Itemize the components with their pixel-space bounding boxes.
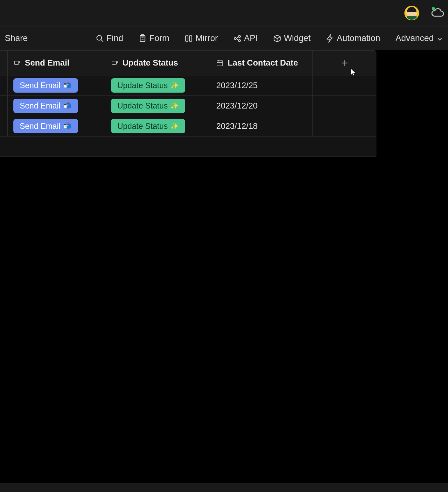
svg-rect-7 <box>189 36 192 41</box>
header-divider <box>425 7 425 19</box>
share-button[interactable]: Share <box>3 31 29 46</box>
mirror-icon <box>185 34 193 43</box>
row-stub[interactable] <box>0 75 8 95</box>
clipboard-icon <box>138 34 147 43</box>
svg-rect-6 <box>186 36 188 41</box>
mirror-button[interactable]: Mirror <box>183 31 219 46</box>
bolt-icon <box>326 34 334 43</box>
api-button[interactable]: API <box>232 31 260 46</box>
cell-send-email: Send Email 📬 <box>8 75 105 95</box>
cell-last-contact-date[interactable]: 2023/12/18 <box>210 116 313 136</box>
cell-update-status: Update Status ✨ <box>105 96 211 116</box>
toolbar: Share Find Form Mirror API <box>0 26 448 50</box>
row-stub <box>0 51 8 75</box>
send-email-button[interactable]: Send Email 📬 <box>13 78 78 93</box>
sync-status-dot-icon <box>432 7 435 10</box>
button-field-icon <box>13 59 21 67</box>
pill-label: Send Email <box>20 122 60 131</box>
svg-rect-14 <box>112 61 116 64</box>
mirror-label: Mirror <box>195 33 218 43</box>
column-header-send-email[interactable]: Send Email <box>8 51 105 75</box>
cell-send-email: Send Email 📬 <box>8 96 105 116</box>
data-grid: Send Email Update Status Last Contact Da… <box>0 50 376 157</box>
row-stub[interactable] <box>0 116 8 136</box>
pill-label: Update Status <box>117 81 168 90</box>
svg-rect-15 <box>217 61 223 66</box>
status-bar <box>0 483 448 492</box>
pill-label: Update Status <box>117 122 168 131</box>
table-row: Send Email 📬 Update Status ✨ 2023/12/20 <box>0 96 376 116</box>
svg-point-8 <box>234 37 236 39</box>
chevron-down-icon <box>436 35 443 42</box>
sparkles-icon: ✨ <box>170 81 179 90</box>
column-label: Update Status <box>122 58 178 68</box>
advanced-button[interactable]: Advanced <box>394 31 445 46</box>
cell-empty <box>313 116 376 136</box>
api-icon <box>233 34 242 43</box>
table-row: Send Email 📬 Update Status ✨ 2023/12/18 <box>0 116 376 137</box>
avatar-body-icon <box>406 16 417 20</box>
api-label: API <box>244 33 258 43</box>
form-label: Form <box>149 33 169 43</box>
grid-header-row: Send Email Update Status Last Contact Da… <box>0 51 376 75</box>
svg-point-9 <box>238 35 241 38</box>
date-value: 2023/12/18 <box>216 121 257 131</box>
date-value: 2023/12/25 <box>216 81 257 90</box>
share-label: Share <box>5 33 28 43</box>
date-value: 2023/12/20 <box>216 101 257 111</box>
pill-label: Update Status <box>117 101 168 110</box>
add-column-button[interactable] <box>313 51 376 75</box>
cell-empty <box>313 75 376 95</box>
send-email-button[interactable]: Send Email 📬 <box>13 119 78 133</box>
cell-send-email: Send Email 📬 <box>8 116 105 136</box>
svg-line-1 <box>101 39 103 42</box>
button-field-icon <box>111 59 119 67</box>
automation-label: Automation <box>337 33 380 43</box>
cell-empty <box>313 96 376 116</box>
widget-button[interactable]: Widget <box>271 31 312 46</box>
row-stub[interactable] <box>0 96 8 116</box>
widget-label: Widget <box>284 33 311 43</box>
mailbox-icon: 📬 <box>63 102 72 110</box>
column-header-last-contact-date[interactable]: Last Contact Date <box>210 51 313 75</box>
cube-icon <box>273 34 281 43</box>
mailbox-icon: 📬 <box>63 122 72 130</box>
update-status-button[interactable]: Update Status ✨ <box>111 119 185 133</box>
search-icon <box>96 34 104 43</box>
find-label: Find <box>107 33 123 43</box>
header-right <box>404 0 445 26</box>
find-button[interactable]: Find <box>94 31 125 46</box>
cell-update-status: Update Status ✨ <box>105 75 211 95</box>
grid-footer <box>0 137 376 156</box>
plus-icon <box>340 59 349 67</box>
send-email-button[interactable]: Send Email 📬 <box>13 99 78 113</box>
cell-last-contact-date[interactable]: 2023/12/20 <box>210 96 313 116</box>
cell-last-contact-date[interactable]: 2023/12/25 <box>210 75 313 95</box>
column-label: Send Email <box>25 58 69 68</box>
svg-point-10 <box>238 39 241 42</box>
sparkles-icon: ✨ <box>170 102 179 110</box>
column-label: Last Contact Date <box>228 58 298 68</box>
svg-point-0 <box>97 35 102 40</box>
cloud-sync-icon[interactable] <box>431 8 445 18</box>
column-header-update-status[interactable]: Update Status <box>105 51 211 75</box>
advanced-label: Advanced <box>396 33 434 43</box>
svg-rect-13 <box>14 61 19 64</box>
table-row: Send Email 📬 Update Status ✨ 2023/12/25 <box>0 75 376 96</box>
update-status-button[interactable]: Update Status ✨ <box>111 78 185 93</box>
svg-line-11 <box>236 37 238 38</box>
form-button[interactable]: Form <box>137 31 171 46</box>
pill-label: Send Email <box>20 81 60 90</box>
automation-button[interactable]: Automation <box>324 31 382 46</box>
calendar-icon <box>216 59 224 67</box>
update-status-button[interactable]: Update Status ✨ <box>111 99 185 113</box>
cell-update-status: Update Status ✨ <box>105 116 211 136</box>
sparkles-icon: ✨ <box>170 122 179 130</box>
mailbox-icon: 📬 <box>63 81 72 90</box>
user-avatar[interactable] <box>404 6 419 20</box>
app-header <box>0 0 448 26</box>
svg-line-12 <box>236 39 238 40</box>
pill-label: Send Email <box>20 101 60 110</box>
